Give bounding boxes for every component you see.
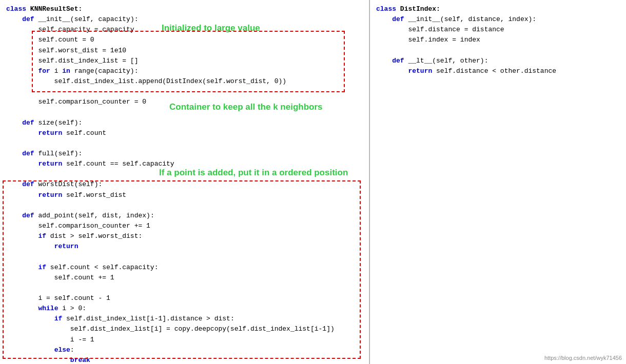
annotation-ordered: If a point is added, put it in a ordered… xyxy=(159,166,348,179)
annotation-initialized: Initialized to large value xyxy=(162,22,260,35)
code-line: class KNNResultSet: xyxy=(6,4,363,14)
code-line: def worstDist(self): xyxy=(6,179,363,190)
code-line: self.comparison_counter += 1 xyxy=(6,221,363,231)
code-line: self.distance = distance xyxy=(376,25,620,35)
code-line: return self.count xyxy=(6,128,363,138)
watermark: https://blog.csdn.net/wyk71456 xyxy=(544,355,622,361)
code-line: def __lt__(self, other): xyxy=(376,56,620,66)
code-line xyxy=(6,283,363,293)
code-area: class KNNResultSet: def __init__(self, c… xyxy=(0,0,626,364)
code-line: self.index = index xyxy=(376,35,620,45)
right-panel: class DistIndex: def __init__(self, dist… xyxy=(370,0,626,364)
code-line: class DistIndex: xyxy=(376,4,620,14)
code-line: self.dist_index_list.append(DistIndex(se… xyxy=(6,76,363,87)
code-line: i = self.count - 1 xyxy=(6,293,363,304)
code-line: if dist > self.worst_dist: xyxy=(6,231,363,241)
code-line: for i in range(capacity): xyxy=(6,66,363,76)
code-line: return xyxy=(6,241,363,252)
annotation-container: Container to keep all the k neighbors xyxy=(169,100,323,114)
code-line: self.worst_dist = 1e10 xyxy=(6,46,363,56)
code-line: if self.count < self.capacity: xyxy=(6,262,363,273)
code-line: else: xyxy=(6,345,363,355)
code-line: return self.worst_dist xyxy=(6,190,363,200)
code-line: i -= 1 xyxy=(6,335,363,345)
code-line xyxy=(6,200,363,211)
code-line: if self.dist_index_list[i-1].distance > … xyxy=(6,314,363,324)
code-line: self.dist_index_list = [] xyxy=(6,56,363,66)
code-line xyxy=(6,87,363,97)
code-line xyxy=(376,46,620,56)
code-line: while i > 0: xyxy=(6,304,363,314)
code-line xyxy=(6,252,363,262)
code-line: def size(self): xyxy=(6,118,363,128)
code-line: break xyxy=(6,355,363,364)
left-panel: class KNNResultSet: def __init__(self, c… xyxy=(0,0,369,364)
code-line: def __init__(self, distance, index): xyxy=(376,14,620,25)
code-line xyxy=(6,138,363,149)
code-line: self.dist_index_list[i] = copy.deepcopy(… xyxy=(6,324,363,334)
code-line: return self.distance < other.distance xyxy=(376,66,620,76)
code-line: self.count += 1 xyxy=(6,273,363,283)
code-line: def full(self): xyxy=(6,149,363,159)
code-line: self.count = 0 xyxy=(6,35,363,45)
code-line: def add_point(self, dist, index): xyxy=(6,211,363,221)
